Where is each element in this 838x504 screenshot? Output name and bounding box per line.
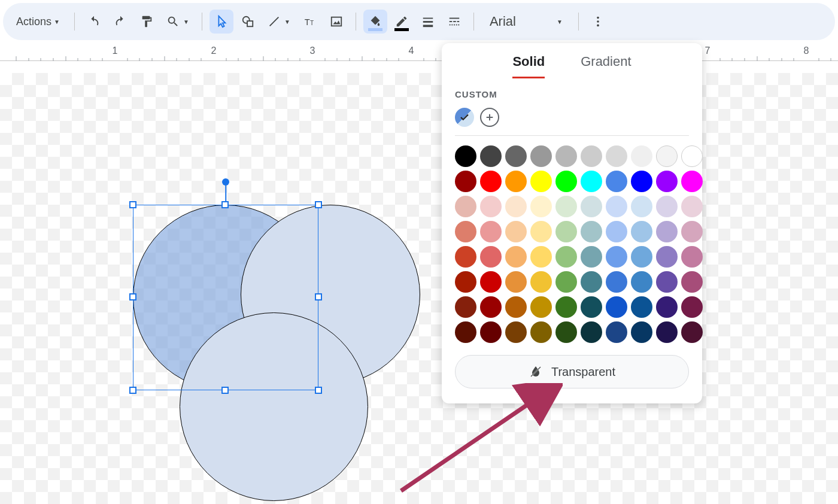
color-swatch[interactable] (681, 221, 703, 242)
color-swatch[interactable] (631, 271, 652, 293)
color-swatch[interactable] (530, 196, 552, 217)
actions-menu-button[interactable]: Actions ▼ (9, 10, 67, 34)
color-swatch[interactable] (530, 145, 552, 167)
border-color-button[interactable] (390, 10, 414, 34)
tab-solid[interactable]: Solid (512, 54, 545, 78)
color-swatch[interactable] (681, 321, 703, 343)
drawing-canvas[interactable] (0, 73, 838, 504)
color-swatch[interactable] (480, 145, 502, 167)
color-swatch[interactable] (581, 171, 602, 192)
color-swatch[interactable] (480, 296, 502, 318)
color-swatch[interactable] (555, 296, 577, 318)
color-swatch[interactable] (631, 321, 652, 343)
color-swatch[interactable] (606, 221, 627, 242)
custom-color-swatch-selected[interactable] (455, 108, 474, 127)
color-swatch[interactable] (606, 171, 627, 192)
color-swatch[interactable] (681, 171, 703, 192)
color-swatch[interactable] (606, 296, 627, 318)
color-swatch[interactable] (606, 246, 627, 268)
color-swatch[interactable] (480, 221, 502, 242)
color-swatch[interactable] (681, 296, 703, 318)
color-swatch[interactable] (656, 321, 678, 343)
color-swatch[interactable] (606, 321, 627, 343)
color-swatch[interactable] (480, 321, 502, 343)
color-swatch[interactable] (555, 246, 577, 268)
color-swatch[interactable] (455, 246, 476, 268)
fill-color-button[interactable] (363, 10, 387, 34)
color-swatch[interactable] (530, 221, 552, 242)
color-swatch[interactable] (455, 296, 476, 318)
color-swatch[interactable] (555, 271, 577, 293)
color-swatch[interactable] (530, 246, 552, 268)
select-tool-button[interactable] (210, 10, 233, 34)
color-swatch[interactable] (530, 271, 552, 293)
color-swatch[interactable] (505, 171, 527, 192)
color-swatch[interactable] (606, 145, 627, 167)
color-swatch[interactable] (505, 271, 527, 293)
color-swatch[interactable] (480, 246, 502, 268)
color-swatch[interactable] (480, 196, 502, 217)
color-swatch[interactable] (581, 296, 602, 318)
more-options-button[interactable] (586, 10, 610, 34)
text-tool-button[interactable]: TT (298, 10, 322, 34)
color-swatch[interactable] (606, 271, 627, 293)
color-swatch[interactable] (681, 246, 703, 268)
color-swatch[interactable] (606, 196, 627, 217)
color-swatch[interactable] (581, 221, 602, 242)
color-swatch[interactable] (455, 145, 476, 167)
color-swatch[interactable] (631, 296, 652, 318)
color-swatch[interactable] (581, 196, 602, 217)
color-swatch[interactable] (505, 321, 527, 343)
color-swatch[interactable] (455, 196, 476, 217)
border-weight-button[interactable] (416, 10, 440, 34)
color-swatch[interactable] (631, 196, 652, 217)
color-swatch[interactable] (505, 196, 527, 217)
rotate-handle[interactable] (222, 178, 229, 186)
color-swatch[interactable] (681, 271, 703, 293)
color-swatch[interactable] (581, 246, 602, 268)
color-swatch[interactable] (581, 145, 602, 167)
canvas-circle[interactable] (180, 312, 368, 501)
color-swatch[interactable] (455, 171, 476, 192)
color-swatch[interactable] (631, 246, 652, 268)
resize-handle-nw[interactable] (129, 201, 136, 208)
color-swatch[interactable] (555, 321, 577, 343)
color-swatch[interactable] (656, 221, 678, 242)
add-custom-color-button[interactable] (480, 108, 499, 127)
color-swatch[interactable] (656, 145, 678, 167)
paint-format-button[interactable] (135, 10, 159, 34)
color-swatch[interactable] (555, 221, 577, 242)
image-tool-button[interactable] (324, 10, 348, 34)
color-swatch[interactable] (505, 145, 527, 167)
color-swatch[interactable] (530, 321, 552, 343)
color-swatch[interactable] (455, 321, 476, 343)
color-swatch[interactable] (480, 171, 502, 192)
transparent-button[interactable]: Transparent (455, 355, 689, 388)
undo-button[interactable] (82, 10, 106, 34)
color-swatch[interactable] (631, 221, 652, 242)
color-swatch[interactable] (581, 321, 602, 343)
color-swatch[interactable] (505, 296, 527, 318)
color-swatch[interactable] (581, 271, 602, 293)
shape-tool-button[interactable] (236, 10, 260, 34)
color-swatch[interactable] (681, 196, 703, 217)
tab-gradient[interactable]: Gradient (581, 54, 631, 78)
color-swatch[interactable] (505, 221, 527, 242)
color-swatch[interactable] (555, 171, 577, 192)
color-swatch[interactable] (631, 145, 652, 167)
line-tool-button[interactable]: ▼ (262, 10, 296, 34)
zoom-button[interactable]: ▼ (161, 10, 195, 34)
color-swatch[interactable] (480, 271, 502, 293)
color-swatch[interactable] (656, 296, 678, 318)
border-dash-button[interactable] (442, 10, 466, 34)
color-swatch[interactable] (505, 246, 527, 268)
color-swatch[interactable] (656, 196, 678, 217)
font-selector[interactable]: Arial ▼ (481, 10, 571, 34)
color-swatch[interactable] (681, 145, 703, 167)
color-swatch[interactable] (656, 271, 678, 293)
color-swatch[interactable] (656, 171, 678, 192)
color-swatch[interactable] (455, 221, 476, 242)
color-swatch[interactable] (530, 171, 552, 192)
color-swatch[interactable] (656, 246, 678, 268)
color-swatch[interactable] (631, 171, 652, 192)
